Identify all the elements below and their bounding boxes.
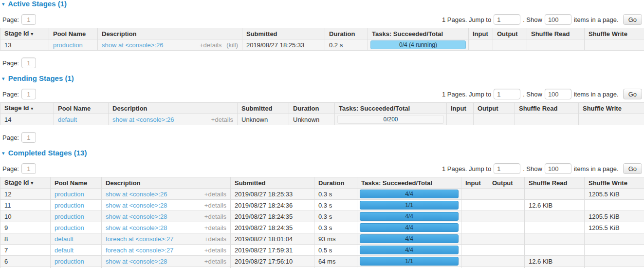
column-header-input[interactable]: Input <box>447 103 474 114</box>
details-toggle-link[interactable]: +details <box>200 41 221 49</box>
input-cell <box>461 256 488 267</box>
page-number-input[interactable] <box>21 89 36 99</box>
input-cell <box>461 245 488 256</box>
pool-name-cell: production <box>51 189 102 200</box>
column-header-input[interactable]: Input <box>469 28 493 39</box>
page-number-input[interactable] <box>21 163 36 174</box>
stage-description-link[interactable]: show at <console>:28 <box>106 257 167 266</box>
column-header-duration[interactable]: Duration <box>325 28 368 39</box>
collapse-arrow-icon: ▾ <box>2 150 5 156</box>
show-label: . Show <box>523 165 542 172</box>
stage-description-link[interactable]: show at <console>:26 <box>112 115 174 124</box>
column-header-pool-name[interactable]: Pool Name <box>54 103 109 114</box>
go-button[interactable]: Go <box>623 163 642 174</box>
description-cell: show at <console>:26+details <box>109 114 238 125</box>
page-number-input[interactable] <box>21 132 36 143</box>
submitted-cell: 2019/08/27 18:24:35 <box>231 211 314 222</box>
pages-jump-label: 1 Pages. Jump to <box>442 165 491 172</box>
shuffle-read-cell <box>525 189 585 200</box>
sort-arrow-icon: ▾ <box>31 106 33 111</box>
items-per-page-input[interactable] <box>545 163 571 174</box>
details-toggle-link[interactable]: +details <box>204 213 226 220</box>
column-header-submitted[interactable]: Submitted <box>231 177 314 189</box>
kill-stage-link[interactable]: (kill) <box>226 41 238 49</box>
stage-description-link[interactable]: foreach at <console>:27 <box>106 235 174 243</box>
details-toggle-link[interactable]: +details <box>204 235 226 243</box>
pool-name-link[interactable]: default <box>58 116 77 123</box>
output-cell <box>488 233 525 245</box>
column-header-duration[interactable]: Duration <box>289 103 335 114</box>
stage-description-link[interactable]: show at <console>:26 <box>106 190 167 198</box>
jump-to-page-input[interactable] <box>494 14 520 25</box>
column-header-shuffle-read[interactable]: Shuffle Read <box>527 28 585 39</box>
pool-name-link[interactable]: production <box>55 191 84 198</box>
column-header-shuffle-write[interactable]: Shuffle Write <box>579 103 644 114</box>
column-header-duration[interactable]: Duration <box>314 177 357 189</box>
tasks-cell: 0/200 <box>335 114 447 125</box>
details-toggle-link[interactable]: +details <box>204 247 226 254</box>
pool-name-link[interactable]: default <box>55 247 74 254</box>
stage-description-link[interactable]: show at <console>:28 <box>106 224 167 232</box>
column-header-output[interactable]: Output <box>493 28 527 39</box>
column-header-shuffle-read[interactable]: Shuffle Read <box>525 177 585 189</box>
pagination-top-pending: Page: 1 Pages. Jump to . Show items in a… <box>2 89 642 99</box>
details-toggle-link[interactable]: +details <box>204 258 226 265</box>
go-button[interactable]: Go <box>623 89 642 99</box>
column-header-stage-id[interactable]: Stage Id ▾ <box>0 28 49 39</box>
column-header-pool-name[interactable]: Pool Name <box>49 28 98 39</box>
column-header-description[interactable]: Description <box>102 177 231 189</box>
section-header-pending-stages[interactable]: ▾ Pending Stages (1) <box>2 75 644 82</box>
stage-description-link[interactable]: show at <console>:28 <box>106 201 167 210</box>
jump-to-page-input[interactable] <box>494 89 520 99</box>
column-header-pool-name[interactable]: Pool Name <box>51 177 102 189</box>
input-cell <box>461 211 488 222</box>
go-button[interactable]: Go <box>623 14 642 25</box>
pool-name-link[interactable]: production <box>55 213 84 220</box>
stage-description-link[interactable]: show at <console>:28 <box>106 212 167 221</box>
submitted-cell: 2019/08/27 17:59:31 <box>231 245 314 256</box>
column-header-shuffle-write[interactable]: Shuffle Write <box>585 177 644 189</box>
pool-name-cell: production <box>51 200 102 211</box>
pool-name-link[interactable]: default <box>55 235 74 243</box>
column-header-output[interactable]: Output <box>474 103 515 114</box>
stage-description-link[interactable]: show at <console>:26 <box>102 41 163 49</box>
column-header-shuffle-write[interactable]: Shuffle Write <box>585 28 644 39</box>
column-header-submitted[interactable]: Submitted <box>242 28 325 39</box>
pool-name-link[interactable]: production <box>53 41 83 49</box>
details-toggle-link[interactable]: +details <box>204 191 226 198</box>
column-header-description[interactable]: Description <box>109 103 238 114</box>
page-number-input[interactable] <box>21 14 36 25</box>
column-header-input[interactable]: Input <box>461 177 488 189</box>
output-cell <box>488 256 525 267</box>
column-header-stage-id[interactable]: Stage Id ▾ <box>0 177 51 189</box>
column-header-tasks-succeeded-total[interactable]: Tasks: Succeeded/Total <box>335 103 447 114</box>
stage-id-cell: 7 <box>0 245 51 256</box>
page-number-input[interactable] <box>21 57 36 68</box>
column-header-submitted[interactable]: Submitted <box>238 103 289 114</box>
submitted-cell: 2019/08/27 18:24:36 <box>231 200 314 211</box>
pool-name-link[interactable]: production <box>55 224 84 231</box>
jump-to-page-input[interactable] <box>494 163 520 174</box>
details-toggle-link[interactable]: +details <box>204 224 226 231</box>
items-per-page-input[interactable] <box>545 89 571 99</box>
column-header-tasks-succeeded-total[interactable]: Tasks: Succeeded/Total <box>357 177 461 189</box>
column-header-description[interactable]: Description <box>98 28 242 39</box>
shuffle-write-cell: 1205.5 KiB <box>585 222 644 233</box>
column-header-output[interactable]: Output <box>488 177 525 189</box>
items-per-page-input[interactable] <box>545 14 571 25</box>
details-toggle-link[interactable]: +details <box>211 116 233 123</box>
pool-name-link[interactable]: production <box>55 202 84 209</box>
tasks-cell: 4/4 <box>357 233 461 245</box>
column-header-tasks-succeeded-total[interactable]: Tasks: Succeeded/Total <box>368 28 469 39</box>
column-header-shuffle-read[interactable]: Shuffle Read <box>515 103 579 114</box>
input-cell <box>469 39 493 51</box>
collapse-arrow-icon: ▾ <box>2 76 5 81</box>
section-header-completed-stages[interactable]: ▾ Completed Stages (13) <box>2 150 644 156</box>
column-header-stage-id[interactable]: Stage Id ▾ <box>0 103 54 114</box>
details-toggle-link[interactable]: +details <box>204 202 226 209</box>
submitted-cell: 2019/08/27 18:24:35 <box>231 222 314 233</box>
stage-description-link[interactable]: foreach at <console>:27 <box>106 246 174 254</box>
tasks-progress-label: 1/1 <box>360 257 458 265</box>
section-header-active-stages[interactable]: ▾ Active Stages (1) <box>2 0 644 7</box>
pool-name-link[interactable]: production <box>55 258 84 265</box>
